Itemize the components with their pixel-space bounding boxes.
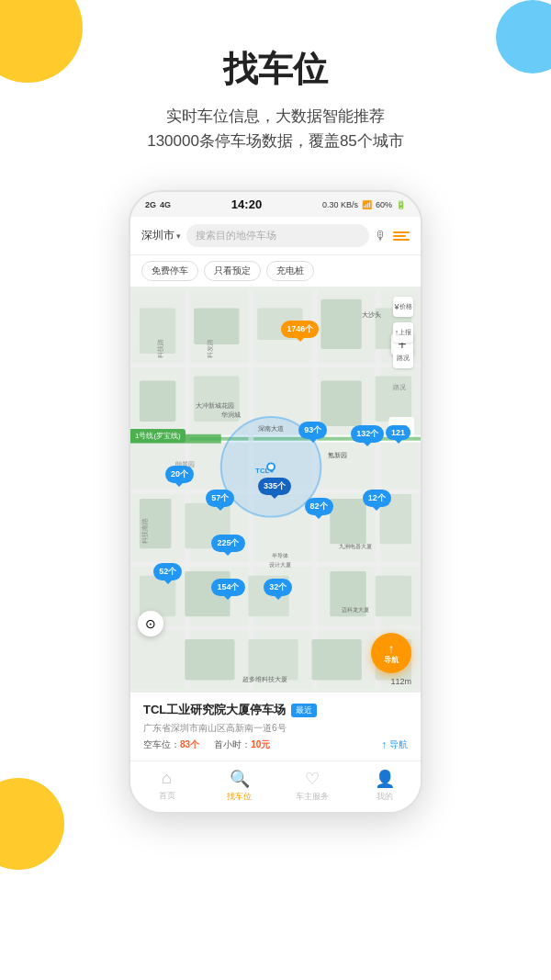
battery-icon: 🔋: [396, 200, 406, 209]
available-spaces: 空车位：83个: [143, 738, 199, 751]
search-placeholder: 搜索目的地停车场: [196, 230, 276, 241]
city-name: 深圳市: [141, 228, 174, 243]
svg-text:深南大道: 深南大道: [258, 425, 284, 432]
chevron-down-icon: ▾: [176, 231, 181, 241]
signal-2g: 2G: [145, 200, 156, 209]
svg-text:大冲新城花园: 大冲新城花园: [196, 403, 234, 410]
nav-float-label: 导航: [384, 655, 399, 665]
signal-4g: 4G: [160, 200, 171, 209]
svg-text:氪新园: 氪新园: [328, 453, 347, 459]
phone-mockup: 2G 4G 14:20 0.30 KB/s 📶 60% 🔋 深圳市 ▾ 搜索目的…: [129, 190, 422, 814]
nav-item-car-service[interactable]: ♡ 车主服务: [276, 769, 348, 803]
nav-inline-label: 导航: [389, 738, 408, 751]
parking-price: 首小时：10元: [214, 738, 270, 751]
nav-label-car-service: 车主服务: [296, 791, 329, 803]
pin-bubble-93: 93个: [298, 422, 327, 439]
svg-rect-30: [376, 576, 412, 616]
pin-82[interactable]: 82个: [305, 498, 333, 515]
pin-bubble-12: 12个: [363, 490, 391, 507]
svg-text:设计大厦: 设计大厦: [269, 562, 291, 568]
pin-121[interactable]: 121: [386, 425, 410, 440]
distance-label: 112m: [390, 677, 411, 686]
search-input[interactable]: 搜索目的地停车场: [186, 224, 369, 247]
svg-text:半导体: 半导体: [272, 553, 288, 558]
pin-132[interactable]: 132个: [351, 425, 384, 443]
nav-item-find-parking[interactable]: 🔍 找车位: [203, 769, 276, 803]
filter-charging-pile[interactable]: 充电桩: [266, 261, 314, 281]
svg-text:迈科龙大厦: 迈科龙大厦: [342, 607, 369, 614]
traffic-icon[interactable]: 路况: [393, 348, 413, 368]
filter-free-parking[interactable]: 免费停车: [141, 261, 198, 281]
svg-rect-14: [194, 309, 239, 345]
status-bar: 2G 4G 14:20 0.30 KB/s 📶 60% 🔋: [130, 192, 421, 217]
svg-rect-32: [248, 639, 298, 680]
menu-icon[interactable]: [393, 231, 410, 241]
pin-12[interactable]: 12个: [363, 490, 391, 507]
pin-bubble-132: 132个: [351, 425, 384, 443]
phone-container: 2G 4G 14:20 0.30 KB/s 📶 60% 🔋 深圳市 ▾ 搜索目的…: [0, 172, 551, 814]
nav-item-home[interactable]: ⌂ 首页: [130, 769, 203, 803]
svg-rect-31: [185, 639, 234, 680]
svg-rect-24: [330, 499, 366, 544]
battery-level: 60%: [376, 200, 392, 209]
subtitle: 实时车位信息，大数据智能推荐 130000条停车场数据，覆盖85个城市: [18, 104, 533, 153]
svg-text:科技路: 科技路: [157, 339, 163, 358]
wifi-icon: 📶: [362, 200, 372, 209]
nav-label-find-parking: 找车位: [227, 791, 252, 803]
search-bar[interactable]: 深圳市 ▾ 搜索目的地停车场 🎙: [130, 217, 421, 255]
subtitle-line1: 实时车位信息，大数据智能推荐: [166, 107, 385, 125]
svg-rect-18: [140, 381, 176, 422]
map-area[interactable]: 科技路 深南大道 科发路 朗景园 华润城 TCL● 科技南路 大冲新城花园 半导…: [130, 287, 421, 692]
pin-335[interactable]: 335个: [258, 478, 291, 495]
pin-bubble-335: 335个: [258, 478, 291, 495]
pin-bubble-82: 82个: [305, 498, 333, 515]
nav-item-profile[interactable]: 👤 我的: [348, 769, 421, 803]
info-card-header: TCL工业研究院大厦停车场 最近: [143, 702, 408, 718]
pin-bubble-121: 121: [386, 425, 410, 440]
home-icon: ⌂: [162, 769, 172, 788]
pin-225[interactable]: 225个: [211, 535, 244, 552]
user-icon: 👤: [375, 769, 395, 789]
nav-label-profile: 我的: [377, 791, 393, 803]
parking-lot-address: 广东省深圳市南山区高新南一道6号: [143, 722, 408, 735]
pin-52[interactable]: 52个: [153, 563, 182, 580]
bottom-nav: ⌂ 首页 🔍 找车位 ♡ 车主服务 👤 我的: [130, 760, 421, 812]
metro-line-indicator: 1号线(罗宝线): [130, 429, 186, 443]
pin-32[interactable]: 32个: [264, 579, 292, 596]
pin-bubble-32: 32个: [264, 579, 292, 596]
svg-text:科技南路: 科技南路: [141, 519, 148, 545]
svg-rect-7: [130, 363, 421, 367]
svg-rect-16: [320, 299, 361, 349]
status-time: 14:20: [231, 197, 262, 211]
filter-pills: 免费停车 只看预定 充电桩: [130, 255, 421, 287]
svg-rect-21: [376, 377, 412, 422]
price-icon[interactable]: ¥价格: [393, 297, 413, 317]
upload-report-icon[interactable]: ↑上报: [393, 322, 413, 343]
info-card-details: 空车位：83个 首小时：10元 ↑ 导航: [143, 738, 408, 751]
pin-20[interactable]: 20个: [165, 466, 194, 483]
pin-bubble-57: 57个: [206, 490, 234, 507]
header-section: 找车位 实时车位信息，大数据智能推荐 130000条停车场数据，覆盖85个城市: [0, 0, 551, 172]
parking-lot-name: TCL工业研究院大厦停车场: [143, 702, 286, 718]
nearest-badge: 最近: [291, 704, 317, 717]
pin-bubble-1746: 1746个: [281, 321, 319, 338]
mic-icon[interactable]: 🎙: [375, 229, 388, 243]
city-selector[interactable]: 深圳市 ▾: [141, 228, 181, 243]
filter-reservation-only[interactable]: 只看预定: [204, 261, 261, 281]
svg-rect-10: [130, 626, 421, 631]
pin-154[interactable]: 154个: [211, 579, 244, 596]
pin-93[interactable]: 93个: [298, 422, 327, 439]
pin-57[interactable]: 57个: [206, 490, 234, 507]
search-icon: 🔍: [230, 769, 250, 789]
pin-bubble-20: 20个: [165, 466, 194, 483]
data-speed: 0.30 KB/s: [322, 200, 358, 209]
svg-text:大沙头: 大沙头: [362, 312, 381, 320]
svg-text:九洲电器大厦: 九洲电器大厦: [339, 545, 372, 550]
page-title: 找车位: [18, 46, 533, 93]
pin-1746[interactable]: 1746个: [281, 321, 319, 338]
nav-inline-button[interactable]: ↑ 导航: [381, 738, 408, 751]
svg-point-54: [268, 465, 274, 470]
svg-rect-20: [320, 381, 361, 426]
svg-rect-33: [312, 639, 362, 680]
svg-text:华润城: 华润城: [221, 411, 241, 418]
